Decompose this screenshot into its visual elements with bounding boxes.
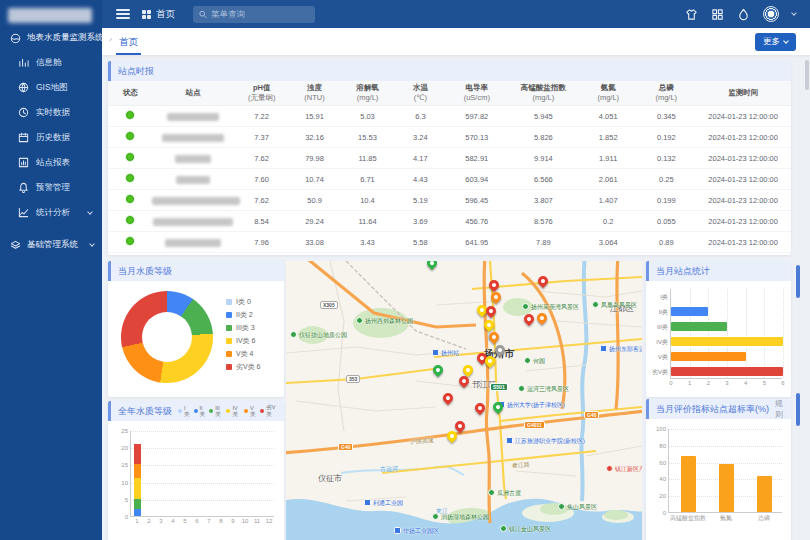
map-label-water: 古运河 bbox=[380, 465, 398, 474]
status-dot bbox=[126, 132, 134, 140]
sidebar-item-label: 站点报表 bbox=[36, 157, 70, 169]
legend-item: V类 4 bbox=[226, 347, 261, 360]
gridline bbox=[690, 289, 691, 378]
sidebar-item-历史数据[interactable]: 历史数据 bbox=[0, 125, 102, 150]
value-cell: 641.95 bbox=[446, 232, 507, 253]
page-scrollbar[interactable] bbox=[805, 60, 809, 90]
table-row[interactable]: 7.6279.9811.854.17582.919.9141.9110.1322… bbox=[108, 148, 791, 169]
sidebar-item-预警管理[interactable]: 预警管理 bbox=[0, 175, 102, 200]
station-name-cell bbox=[152, 211, 234, 232]
station-name-redacted bbox=[175, 155, 211, 163]
station-name-redacted bbox=[165, 239, 221, 247]
flame-icon[interactable] bbox=[737, 8, 750, 21]
sidebar-item-站点报表[interactable]: 站点报表 bbox=[0, 150, 102, 175]
sidebar-toggle-icon[interactable] bbox=[116, 9, 130, 19]
annual-chart-legend: I类II类III类IV类V类劣V类 bbox=[178, 404, 277, 418]
value-cell: 596.45 bbox=[446, 190, 507, 211]
value-cell: 10.4 bbox=[340, 190, 395, 211]
sidebar-group-water-system[interactable]: 地表水质量监测系统 bbox=[0, 26, 102, 50]
value-cell: 32.16 bbox=[289, 127, 340, 148]
station-name-cell bbox=[152, 169, 234, 190]
map-label-poi-green: 凤凰岛风景区 bbox=[592, 301, 637, 310]
user-menu-chevron-icon[interactable] bbox=[791, 10, 797, 16]
more-button[interactable]: 更多 bbox=[755, 33, 796, 51]
sidebar-group-base-system[interactable]: 基础管理系统 bbox=[0, 233, 102, 257]
station-report-panel: 站点时报 状态站点pH值(无量纲)浊度(NTU)溶解氧(mg/L)水温(℃)电导… bbox=[108, 61, 791, 255]
status-cell bbox=[108, 211, 152, 232]
legend-item: 劣V类 bbox=[260, 404, 277, 418]
value-cell: 3.69 bbox=[395, 211, 446, 232]
layout-grid-icon[interactable] bbox=[711, 8, 724, 21]
monthly-grade-panel: 当月水质等级 I类 0II类 2III类 3IV类 6V类 4劣V类 6 bbox=[108, 261, 284, 397]
value-cell: 0.192 bbox=[637, 127, 695, 148]
rules-link[interactable]: 规则 bbox=[775, 399, 784, 420]
exceed-rate-panel: 当月评价指标站点超标率(%) 规则 020406080100高锰酸盐指数氨氮总磷 bbox=[646, 399, 791, 540]
table-row[interactable]: 7.3732.1615.533.24570.135.8261.8520.1922… bbox=[108, 127, 791, 148]
sidebar-group-label: 地表水质量监测系统 bbox=[27, 32, 104, 44]
sidebar-item-实时数据[interactable]: 实时数据 bbox=[0, 100, 102, 125]
realtime-data-icon bbox=[18, 107, 29, 118]
table-row[interactable]: 7.6010.746.714.43603.946.5662.0610.25202… bbox=[108, 169, 791, 190]
station-name-redacted bbox=[176, 176, 210, 184]
sidebar-item-label: 统计分析 bbox=[36, 207, 70, 219]
user-avatar[interactable] bbox=[763, 6, 779, 22]
value-cell: 5.826 bbox=[508, 127, 580, 148]
sidebar-item-label: 实时数据 bbox=[36, 107, 70, 119]
map-label-poi-green: 焦山风景区 bbox=[558, 503, 597, 512]
city-map[interactable]: 扬州市江都区仪征市邗江区仪征捺山地质公园扬州西郊森林公园扬州茱萸湾风景区凤凰岛风… bbox=[286, 261, 642, 540]
axis-tick-label: 4 bbox=[744, 380, 747, 386]
legend-item: V类 bbox=[244, 404, 256, 418]
value-cell: 0.2 bbox=[579, 211, 637, 232]
value-cell: 7.62 bbox=[234, 148, 289, 169]
value-cell: 8.576 bbox=[508, 211, 580, 232]
axis-tick-label: 9 bbox=[231, 518, 234, 524]
tab-home[interactable]: 首页 bbox=[116, 28, 141, 55]
table-row[interactable]: 7.9633.083.435.58641.957.893.0640.892024… bbox=[108, 232, 791, 253]
map-label-poi-green: 扬州茱萸湾风景区 bbox=[522, 303, 579, 312]
legend-item: III类 bbox=[209, 404, 222, 418]
column-header: 状态 bbox=[108, 81, 152, 106]
axis-tick-label: 60 bbox=[659, 460, 666, 466]
station-name-cell bbox=[152, 190, 234, 211]
sidebar-item-信息舱[interactable]: 信息舱 bbox=[0, 50, 102, 75]
road-shield: G4011 bbox=[524, 421, 545, 429]
column-header: 站点 bbox=[152, 81, 234, 106]
gridline bbox=[669, 446, 782, 447]
table-row[interactable]: 8.5429.2411.643.69456.768.5760.20.055202… bbox=[108, 211, 791, 232]
sidebar-item-统计分析[interactable]: 统计分析 bbox=[0, 200, 102, 225]
value-cell: 15.91 bbox=[289, 106, 340, 127]
axis-tick-label: 10 bbox=[242, 518, 249, 524]
map-label-district: 仪征市 bbox=[318, 473, 342, 484]
table-row[interactable]: 7.6250.910.45.19596.453.8071.4070.199202… bbox=[108, 190, 791, 211]
map-label-poi-red: 镇江新区产业园 bbox=[606, 465, 642, 474]
value-cell: 15.53 bbox=[340, 127, 395, 148]
axis-tick-label: 3 bbox=[725, 380, 728, 386]
map-label-poi-green: 镇江金山风景区 bbox=[500, 525, 551, 534]
value-cell: 11.64 bbox=[340, 211, 395, 232]
value-cell: 1.852 bbox=[579, 127, 637, 148]
map-base-layer bbox=[286, 261, 642, 540]
legend-item: II类 2 bbox=[226, 308, 261, 321]
value-cell: 3.43 bbox=[340, 232, 395, 253]
scrollbar-thumb[interactable] bbox=[796, 265, 800, 298]
time-cell: 2024-01-23 12:00:00 bbox=[695, 190, 791, 211]
map-label-poi-green: 运河三湾风景区 bbox=[518, 385, 569, 394]
breadcrumb[interactable]: 首页 bbox=[142, 8, 175, 21]
sidebar-item-GIS地图[interactable]: GIS地图 bbox=[0, 75, 102, 100]
legend-item: IV类 6 bbox=[226, 334, 261, 347]
value-cell: 5.58 bbox=[395, 232, 446, 253]
column-header: 总磷(mg/L) bbox=[637, 81, 695, 106]
bar bbox=[671, 367, 783, 376]
scrollbar-thumb[interactable] bbox=[796, 393, 800, 426]
menu-search-box[interactable] bbox=[193, 6, 315, 23]
table-row[interactable]: 7.2215.915.036.3597.825.9454.0510.345202… bbox=[108, 106, 791, 127]
axis-tick-label: 1 bbox=[135, 518, 138, 524]
time-cell: 2024-01-23 12:00:00 bbox=[695, 148, 791, 169]
station-name-redacted bbox=[167, 113, 219, 121]
gis-map-icon bbox=[18, 82, 29, 93]
axis-tick-label: 6 bbox=[781, 380, 784, 386]
theme-shirt-icon[interactable] bbox=[685, 8, 698, 21]
search-input[interactable] bbox=[211, 9, 309, 19]
top-navbar: 首页 bbox=[102, 0, 810, 28]
axis-tick-label: 15 bbox=[121, 462, 128, 468]
